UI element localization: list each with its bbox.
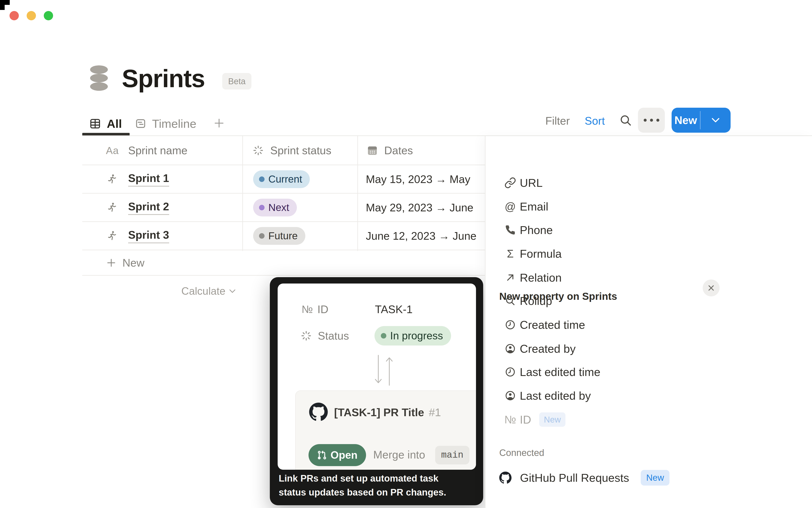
add-row-button[interactable]: New [82,250,485,276]
at-sign-icon: @ [504,200,516,213]
new-record-button[interactable]: New [672,108,700,133]
runner-icon [106,202,118,213]
arrow-up-right-icon [504,271,516,284]
new-record-dropdown[interactable] [701,108,731,133]
numero-icon: № [504,414,516,426]
github-pull-requests-label: GitHub Pull Requests [520,471,629,484]
github-feature-popup: № ID TASK-1 Status In progress [270,277,483,505]
property-option-last-edited-by[interactable]: Last edited by [486,384,812,408]
status-property-icon [253,145,264,156]
runner-icon [106,230,118,242]
add-row-label: New [123,256,144,269]
id-new-badge: New [539,412,566,427]
property-option-relation[interactable]: Relation [486,266,812,289]
date-property-icon [366,144,378,156]
task-id-value: TASK-1 [375,302,413,317]
pull-request-icon [317,450,327,460]
table-row[interactable]: Sprint 1 Current May 15, 2023 → May [82,165,485,194]
chevron-down-icon [229,289,235,293]
github-new-badge: New [641,470,670,485]
runner-icon [106,173,118,185]
person-icon [504,389,516,402]
minimize-window-button[interactable] [27,11,36,20]
status-dot [259,176,265,182]
more-options-button[interactable] [638,108,665,133]
github-logo-icon [309,403,328,421]
status-property-label: Status [318,328,349,343]
search-icon[interactable] [619,114,633,127]
status-dot [259,233,265,239]
id-property-label: ID [317,302,328,317]
github-logo-icon [499,472,511,484]
person-icon [504,343,516,355]
magnifier-icon [504,295,516,307]
notion-sprints-window: Sprints Beta All Timeline Filte [0,0,812,508]
task-preview-card: № ID TASK-1 Status In progress [278,284,476,470]
pr-title: [TASK-1] PR Title [334,406,424,419]
phone-icon [504,224,516,236]
github-pr-card: [TASK-1] PR Title #1 Open Merge into mai… [295,390,476,470]
status-property-icon [301,330,312,341]
database-icon [90,66,108,91]
pr-open-badge: Open [309,444,366,466]
property-option-created-time[interactable]: Created time [486,313,812,337]
branch-chip: main [435,446,469,464]
clock-icon [504,319,516,331]
clock-icon [504,366,516,378]
table-view-icon [89,118,101,130]
column-header-dates[interactable]: Dates [384,144,413,157]
id-property-icon: № [302,302,313,317]
property-option-rollup[interactable]: Rollup [486,289,812,313]
new-record-split-button[interactable]: New [672,108,731,133]
column-header-sprint-status[interactable]: Sprint status [270,144,331,157]
sort-button[interactable]: Sort [585,115,605,127]
text-property-icon: Aa [106,144,119,156]
property-option-phone[interactable]: Phone [486,218,812,242]
property-option-id[interactable]: № ID New [486,408,812,431]
property-option-email[interactable]: @ Email [486,195,812,218]
sync-arrows-icon [369,354,399,386]
feature-caption: Link PRs and set up automated task statu… [279,471,446,499]
tab-all[interactable]: All [89,114,122,133]
beta-badge: Beta [222,73,252,89]
date-range-cell[interactable]: June 12, 2023 → June [366,229,477,242]
new-property-panel: New property on Sprints URL @ Email [485,136,812,508]
tab-timeline[interactable]: Timeline [135,114,196,133]
sprint-name-link[interactable]: Sprint 2 [128,200,169,215]
close-window-button[interactable] [9,11,19,20]
calculate-label: Calculate [181,285,225,297]
status-badge-in-progress: In progress [374,326,451,345]
connected-section-header: Connected [499,448,544,458]
status-badge[interactable]: Next [253,199,297,216]
plus-icon [106,257,117,268]
status-badge[interactable]: Future [253,227,305,245]
merge-into-label: Merge into [373,448,425,461]
table-row[interactable]: Sprint 3 Future June 12, 2023 → June [82,222,485,250]
property-option-last-edited-time[interactable]: Last edited time [486,360,812,384]
page-title: Sprints [122,62,205,94]
calculate-button[interactable]: Calculate [82,285,242,297]
property-option-url[interactable]: URL [486,171,812,195]
status-dot [259,205,265,210]
property-option-created-by[interactable]: Created by [486,337,812,361]
sprint-name-link[interactable]: Sprint 1 [128,172,169,186]
sprint-name-link[interactable]: Sprint 3 [128,228,169,243]
column-header-sprint-name[interactable]: Sprint name [128,144,187,157]
tab-all-label: All [107,117,122,131]
pr-number: #1 [429,406,441,419]
link-icon [504,177,516,189]
github-pull-requests-option[interactable]: GitHub Pull Requests New [486,465,812,490]
table-row[interactable]: Sprint 2 Next May 29, 2023 → June [82,194,485,222]
add-view-button[interactable] [211,113,228,133]
timeline-view-icon [135,118,146,129]
status-badge[interactable]: Current [253,170,310,188]
date-range-cell[interactable]: May 29, 2023 → June [366,201,473,214]
date-range-cell[interactable]: May 15, 2023 → May [366,173,470,185]
table-header-row: Aa Sprint name Sprint status [82,136,485,165]
status-dot [381,333,386,339]
zoom-window-button[interactable] [44,11,53,20]
window-controls [9,11,53,20]
property-option-formula[interactable]: Σ Formula [486,242,812,265]
tab-timeline-label: Timeline [152,117,196,131]
filter-button[interactable]: Filter [545,115,570,127]
